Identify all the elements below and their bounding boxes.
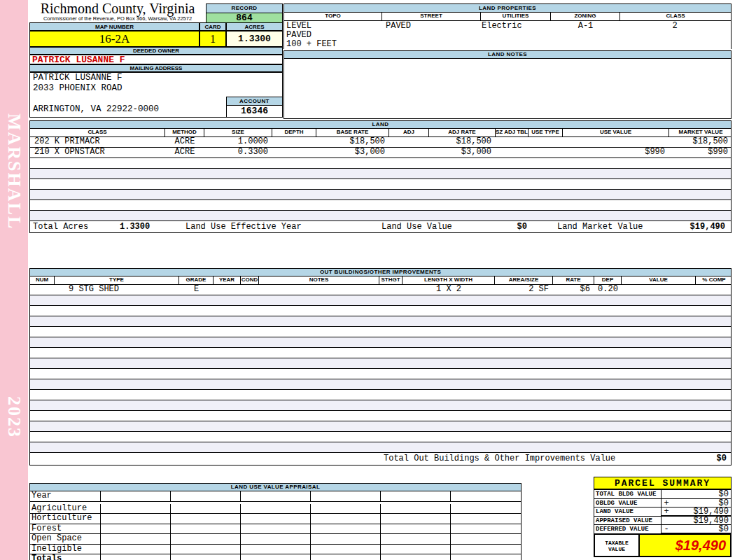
account-label: ACCOUNT	[227, 97, 282, 106]
utilities-value: Electric	[482, 22, 522, 31]
out-buildings-cell	[30, 285, 55, 295]
parcel-summary-value: $19,490	[671, 517, 731, 525]
card-label: CARD	[200, 22, 226, 31]
parcel-summary-value: $0	[671, 490, 731, 498]
appraisal-row-label: Forest	[30, 524, 101, 534]
appraisal-cell	[241, 554, 311, 560]
land-use-value: $0	[485, 222, 527, 232]
land-table-row: 210 X OPNSTACRACRE0.3300$3,000$3,000$990…	[30, 148, 731, 158]
appraisal-cell	[241, 534, 311, 544]
parcel-summary-label: APPRAISED VALUE	[594, 516, 662, 526]
land-properties-values: LEVEL PAVED Electric A-1 2 PAVED 100 + F…	[284, 21, 731, 50]
land-column-header: METHOD	[165, 129, 204, 136]
land-use-effective-year-label: Land Use Effective Year	[186, 222, 302, 232]
record-box: RECORD 864	[206, 4, 283, 22]
appraisal-cell	[171, 504, 241, 514]
appraisal-cell	[311, 491, 381, 501]
land-properties-column-header: ZONING	[551, 13, 620, 20]
land-cell: $3,000	[429, 148, 496, 158]
appraisal-row: Ineligible	[30, 545, 521, 555]
out-buildings-cell	[379, 285, 402, 295]
out-buildings-cell	[696, 285, 732, 295]
appraisal-cell	[101, 545, 171, 554]
parcel-summary-value-region: +$19,490	[662, 507, 732, 517]
map-number-value[interactable]: 16-2A	[29, 31, 200, 47]
class-value: 2	[620, 22, 729, 31]
land-cell: $18,500	[316, 137, 389, 147]
land-column-header: USE TYPE	[528, 129, 563, 136]
parcel-summary-value-region: $19,490	[662, 516, 732, 526]
land-use-appraisal-body: YearAgricultureHorticultureForestOpen Sp…	[30, 491, 521, 560]
appraisal-cell	[171, 491, 241, 501]
empty-row	[30, 295, 731, 306]
property-record-card: MARSHALL 2023 Richmond County, Virginia …	[0, 0, 735, 560]
appraisal-cell	[311, 545, 381, 554]
out-buildings-row: 9 STG SHEDE1 X 22 SF$60.20	[30, 285, 731, 295]
appraisal-cell	[101, 491, 171, 501]
empty-row	[30, 390, 731, 400]
land-cell	[272, 148, 316, 158]
land-properties-column-header: STREET	[382, 13, 481, 20]
out-buildings-total-label: Total Out Buildings & Other Improvements…	[384, 454, 615, 463]
appraisal-cell	[381, 514, 451, 524]
land-cell: $18,500	[669, 137, 732, 147]
appraisal-cell	[241, 514, 311, 524]
empty-row	[30, 169, 731, 179]
appraisal-cell	[451, 504, 522, 514]
land-column-header: BASE RATE	[316, 129, 389, 136]
land-cell: ACRE	[165, 137, 204, 147]
appraisal-cell	[381, 524, 451, 534]
appraisal-cell	[171, 524, 241, 534]
appraisal-cell	[451, 554, 522, 560]
land-properties-box: LAND PROPERTIES TOPOSTREETUTILITIESZONIN…	[284, 4, 732, 49]
account-value: 16346	[227, 106, 282, 117]
account-box: ACCOUNT 16346	[226, 97, 283, 118]
parcel-summary-value: $0	[671, 499, 731, 507]
land-cell	[272, 137, 316, 147]
out-buildings-column-header: YEAR	[214, 276, 241, 284]
land-cell	[563, 137, 669, 147]
empty-row	[30, 306, 731, 316]
parcel-summary-value: $19,490	[671, 507, 731, 515]
empty-row	[30, 316, 731, 327]
land-cell	[528, 137, 563, 147]
appraisal-cell	[241, 524, 311, 534]
empty-row	[30, 327, 731, 337]
appraisal-cell	[101, 554, 171, 560]
operator	[662, 517, 671, 525]
appraisal-cell	[451, 524, 522, 534]
total-acres-value: 1.3300	[120, 222, 150, 232]
out-buildings-header: NUMTYPEGRADEYEARCONDNOTESSTHGTLENGTH X W…	[30, 276, 731, 285]
land-use-appraisal-table: LAND USE VALUE APPRAISAL YearAgriculture…	[29, 483, 522, 560]
appraisal-row: Forest	[30, 524, 521, 535]
empty-row	[30, 400, 731, 411]
appraisal-row-label: Agriculture	[30, 504, 101, 514]
out-buildings-column-header: DEP	[594, 276, 622, 284]
sidebar-year-label: 2023	[4, 396, 24, 438]
land-table-totals: Total Acres 1.3300 Land Use Effective Ye…	[30, 221, 731, 232]
land-cell: ACRE	[165, 148, 204, 158]
appraisal-row-label: Open Space	[30, 534, 101, 544]
parcel-summary: PARCEL SUMMARY TOTAL BLDG VALUE$0OBLDG V…	[594, 477, 732, 557]
land-properties-column-header: CLASS	[620, 13, 731, 20]
county-header: Richmond County, Virginia Commissioner o…	[29, 1, 206, 22]
operator: +	[662, 499, 671, 507]
parcel-summary-label: TOTAL BLDG VALUE	[594, 489, 662, 499]
parcel-summary-value-region: -$0	[662, 524, 732, 534]
out-buildings-column-header: COND	[241, 276, 259, 284]
out-buildings-column-header: TYPE	[55, 276, 179, 284]
appraisal-row: Year	[30, 491, 521, 502]
out-buildings-column-header: % COMP	[696, 276, 732, 284]
out-buildings-cell: 1 X 2	[402, 285, 495, 295]
land-column-header: ADJ	[389, 129, 429, 136]
sidebar-vertical-label: MARSHALL	[4, 113, 24, 230]
appraisal-cell	[241, 491, 311, 501]
appraisal-cell	[381, 504, 451, 514]
land-use-appraisal-title: LAND USE VALUE APPRAISAL	[30, 484, 521, 491]
parcel-summary-row: DEFERRED VALUE-$0	[594, 524, 732, 534]
mailing-address-label: MAILING ADDRESS	[29, 64, 283, 72]
out-buildings-cell: 9 STG SHED	[55, 285, 179, 295]
operator	[662, 490, 671, 498]
appraisal-cell	[451, 514, 522, 524]
county-subtitle: Commissioner of the Revenue, PO Box 366,…	[29, 16, 206, 22]
